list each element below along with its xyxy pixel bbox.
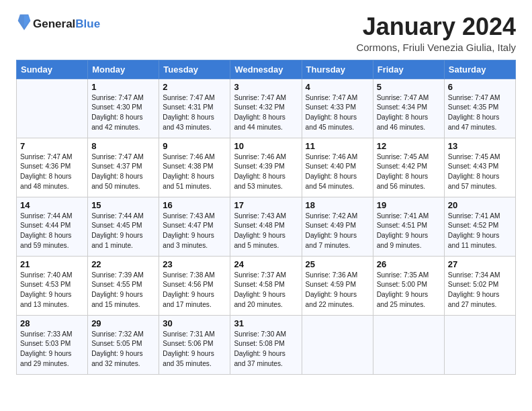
day-number: 29 — [91, 318, 155, 328]
daylight-minutes: and 50 minutes. — [91, 182, 155, 192]
daylight-hours: Daylight: 9 hours — [377, 231, 441, 241]
sunrise: Sunrise: 7:47 AM — [234, 93, 298, 103]
calendar-cell: 11Sunrise: 7:46 AMSunset: 4:40 PMDayligh… — [302, 138, 373, 197]
calendar-cell: 19Sunrise: 7:41 AMSunset: 4:51 PMDayligh… — [373, 197, 444, 256]
sunset: Sunset: 5:00 PM — [377, 280, 441, 290]
day-number: 12 — [377, 141, 441, 151]
sunset: Sunset: 4:52 PM — [448, 221, 512, 231]
day-number: 15 — [91, 200, 155, 210]
week-row-2: 7Sunrise: 7:47 AMSunset: 4:36 PMDaylight… — [17, 138, 516, 197]
calendar-cell — [302, 315, 373, 374]
day-number: 26 — [377, 259, 441, 269]
title-block: January 2024 Cormons, Friuli Venezia Giu… — [356, 13, 516, 53]
sunset: Sunset: 4:58 PM — [234, 280, 298, 290]
sunrise: Sunrise: 7:44 AM — [91, 212, 155, 222]
day-number: 30 — [163, 318, 226, 328]
day-number: 2 — [163, 82, 226, 92]
calendar-cell: 2Sunrise: 7:47 AMSunset: 4:31 PMDaylight… — [159, 79, 230, 138]
calendar-cell: 1Sunrise: 7:47 AMSunset: 4:30 PMDaylight… — [88, 79, 159, 138]
daylight-hours: Daylight: 8 hours — [306, 113, 369, 123]
sunrise: Sunrise: 7:45 AM — [448, 152, 512, 163]
sunrise: Sunrise: 7:47 AM — [163, 93, 226, 103]
daylight-minutes: and 59 minutes. — [20, 241, 84, 251]
sunset: Sunset: 4:37 PM — [91, 162, 155, 172]
daylight-minutes: and 56 minutes. — [377, 182, 441, 192]
sunset: Sunset: 4:33 PM — [306, 103, 369, 113]
sunrise: Sunrise: 7:42 AM — [306, 212, 369, 222]
sunset: Sunset: 4:42 PM — [377, 162, 441, 172]
daylight-hours: Daylight: 9 hours — [234, 231, 298, 241]
week-row-1: 1Sunrise: 7:47 AMSunset: 4:30 PMDaylight… — [17, 79, 516, 138]
month-title: January 2024 — [356, 13, 516, 40]
logo: GeneralBlue — [16, 13, 100, 35]
daylight-minutes: and 22 minutes. — [306, 300, 369, 310]
sunset: Sunset: 4:44 PM — [20, 221, 84, 231]
daylight-hours: Daylight: 9 hours — [91, 231, 155, 241]
calendar-cell: 20Sunrise: 7:41 AMSunset: 4:52 PMDayligh… — [444, 197, 515, 256]
daylight-hours: Daylight: 9 hours — [91, 290, 155, 300]
daylight-minutes: and 46 minutes. — [377, 123, 441, 133]
sunset: Sunset: 4:39 PM — [234, 162, 298, 172]
day-number: 24 — [234, 259, 298, 269]
calendar-cell: 25Sunrise: 7:36 AMSunset: 4:59 PMDayligh… — [302, 256, 373, 315]
calendar-cell: 28Sunrise: 7:33 AMSunset: 5:03 PMDayligh… — [17, 315, 88, 374]
daylight-minutes: and 45 minutes. — [306, 123, 369, 133]
sunset: Sunset: 5:06 PM — [163, 339, 226, 349]
sunrise: Sunrise: 7:41 AM — [377, 212, 441, 222]
sunset: Sunset: 4:31 PM — [163, 103, 226, 113]
daylight-minutes: and 5 minutes. — [234, 241, 298, 251]
sunrise: Sunrise: 7:32 AM — [91, 330, 155, 340]
daylight-hours: Daylight: 8 hours — [163, 113, 226, 123]
weekday-header-friday: Friday — [373, 60, 444, 79]
day-number: 28 — [20, 318, 84, 328]
sunrise: Sunrise: 7:46 AM — [306, 152, 369, 163]
daylight-hours: Daylight: 8 hours — [448, 172, 512, 182]
day-number: 18 — [306, 200, 369, 210]
daylight-minutes: and 35 minutes. — [163, 359, 226, 369]
sunset: Sunset: 4:55 PM — [91, 280, 155, 290]
sunrise: Sunrise: 7:33 AM — [20, 330, 84, 340]
day-number: 6 — [448, 82, 512, 92]
weekday-header-wednesday: Wednesday — [230, 60, 302, 79]
daylight-minutes: and 53 minutes. — [234, 182, 298, 192]
daylight-minutes: and 48 minutes. — [20, 182, 84, 192]
daylight-hours: Daylight: 8 hours — [234, 113, 298, 123]
calendar-cell: 17Sunrise: 7:43 AMSunset: 4:48 PMDayligh… — [230, 197, 302, 256]
sunset: Sunset: 4:48 PM — [234, 221, 298, 231]
weekday-header-monday: Monday — [88, 60, 159, 79]
daylight-minutes: and 11 minutes. — [448, 241, 512, 251]
sunrise: Sunrise: 7:36 AM — [306, 271, 369, 281]
daylight-minutes: and 1 minute. — [91, 241, 155, 251]
daylight-hours: Daylight: 9 hours — [163, 290, 226, 300]
day-number: 17 — [234, 200, 298, 210]
daylight-minutes: and 32 minutes. — [91, 359, 155, 369]
day-number: 3 — [234, 82, 298, 92]
sunrise: Sunrise: 7:34 AM — [448, 271, 512, 281]
daylight-minutes: and 17 minutes. — [163, 300, 226, 310]
calendar-cell: 26Sunrise: 7:35 AMSunset: 5:00 PMDayligh… — [373, 256, 444, 315]
day-number: 27 — [448, 259, 512, 269]
daylight-minutes: and 47 minutes. — [448, 123, 512, 133]
calendar-cell: 12Sunrise: 7:45 AMSunset: 4:42 PMDayligh… — [373, 138, 444, 197]
daylight-minutes: and 51 minutes. — [163, 182, 226, 192]
page-header: GeneralBlue January 2024 Cormons, Friuli… — [16, 13, 516, 53]
sunrise: Sunrise: 7:39 AM — [91, 271, 155, 281]
sunrise: Sunrise: 7:47 AM — [448, 93, 512, 103]
sunrise: Sunrise: 7:45 AM — [377, 152, 441, 163]
day-number: 19 — [377, 200, 441, 210]
daylight-hours: Daylight: 9 hours — [234, 290, 298, 300]
week-row-3: 14Sunrise: 7:44 AMSunset: 4:44 PMDayligh… — [17, 197, 516, 256]
daylight-hours: Daylight: 8 hours — [91, 113, 155, 123]
daylight-hours: Daylight: 9 hours — [20, 349, 84, 359]
daylight-minutes: and 37 minutes. — [234, 359, 298, 369]
sunset: Sunset: 4:30 PM — [91, 103, 155, 113]
sunset: Sunset: 4:43 PM — [448, 162, 512, 172]
sunset: Sunset: 4:34 PM — [377, 103, 441, 113]
calendar-cell: 22Sunrise: 7:39 AMSunset: 4:55 PMDayligh… — [88, 256, 159, 315]
sunset: Sunset: 4:36 PM — [20, 162, 84, 172]
calendar-cell: 21Sunrise: 7:40 AMSunset: 4:53 PMDayligh… — [17, 256, 88, 315]
daylight-minutes: and 13 minutes. — [20, 300, 84, 310]
sunrise: Sunrise: 7:40 AM — [20, 271, 84, 281]
daylight-minutes: and 27 minutes. — [448, 300, 512, 310]
daylight-hours: Daylight: 9 hours — [234, 349, 298, 359]
